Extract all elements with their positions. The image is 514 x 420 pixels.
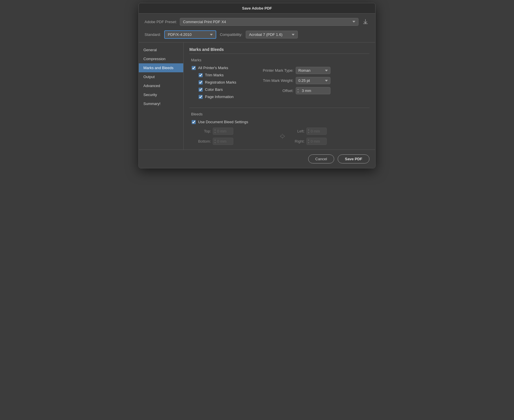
left-up-arrow[interactable]: ▲ xyxy=(308,128,310,131)
sidebar-item-compression[interactable]: Compression xyxy=(139,54,183,63)
bleed-top-input-wrap: ▲ ▼ xyxy=(213,128,233,135)
bleed-left-input[interactable] xyxy=(310,128,326,135)
bleed-left-row: Left: ▲ ▼ xyxy=(289,128,370,135)
bleed-right-row: Right: ▲ ▼ xyxy=(289,138,370,145)
standard-row: Standard: PDF/X-4:2010 PDF/X-1a:2001 PDF… xyxy=(139,29,375,42)
bleeds-section: Bleeds Use Document Bleed Settings Top: … xyxy=(189,112,369,145)
preset-select[interactable]: Commercial Print PDF X4 High Quality Pri… xyxy=(180,18,358,26)
trim-marks-row: Trim Marks xyxy=(189,73,253,77)
registration-marks-row: Registration Marks xyxy=(189,80,253,84)
registration-marks-checkbox[interactable] xyxy=(199,80,203,84)
bleed-col-left: Top: ▲ ▼ Bottom: xyxy=(195,128,276,145)
section-divider xyxy=(189,108,369,108)
use-document-bleed-label[interactable]: Use Document Bleed Settings xyxy=(198,120,248,124)
right-up-arrow[interactable]: ▲ xyxy=(308,139,310,141)
all-printers-marks-checkbox[interactable] xyxy=(192,66,196,70)
page-info-row: Page Information xyxy=(189,95,253,99)
marks-checkboxes: All Printer's Marks Trim Marks Registrat… xyxy=(189,66,253,102)
bleed-right-label: Right: xyxy=(289,139,305,143)
page-information-label[interactable]: Page Information xyxy=(205,95,234,99)
bleed-right-spinner[interactable]: ▲ ▼ xyxy=(307,139,311,144)
use-document-bleed-checkbox[interactable] xyxy=(192,120,196,124)
color-bars-row: Color Bars xyxy=(189,87,253,92)
marks-fields: Printer Mark Type: Roman Default J Mark … xyxy=(259,66,369,102)
marks-grid: All Printer's Marks Trim Marks Registrat… xyxy=(189,66,369,102)
bleed-left-input-wrap: ▲ ▼ xyxy=(306,128,327,135)
sidebar-item-security[interactable]: Security xyxy=(139,90,183,99)
title-bar: Save Adobe PDF xyxy=(139,3,375,14)
section-title: Marks and Bleeds xyxy=(189,47,369,54)
bleed-top-row: Top: ▲ ▼ xyxy=(195,128,276,135)
save-pdf-button[interactable]: Save PDF xyxy=(338,154,369,163)
color-bars-checkbox[interactable] xyxy=(199,88,203,92)
offset-spinner[interactable]: ▲ ▼ xyxy=(296,88,300,93)
sidebar-item-marks-and-bleeds[interactable]: Marks and Bleeds xyxy=(139,63,183,72)
bleed-top-label: Top: xyxy=(195,129,211,133)
marks-section: Marks All Printer's Marks Trim Marks xyxy=(189,58,369,102)
bleed-bottom-input[interactable] xyxy=(217,138,233,145)
bleed-bottom-row: Bottom: ▲ ▼ xyxy=(195,138,276,145)
compat-select[interactable]: Acrobat 7 (PDF 1.6) Acrobat 5 (PDF 1.4) … xyxy=(246,31,298,38)
top-up-arrow[interactable]: ▲ xyxy=(214,128,216,131)
bleed-bottom-input-wrap: ▲ ▼ xyxy=(213,138,233,145)
compat-label: Compatibility: xyxy=(220,32,242,37)
dialog-title: Save Adobe PDF xyxy=(242,6,272,10)
top-down-arrow[interactable]: ▼ xyxy=(214,131,216,134)
bleed-fields: Top: ▲ ▼ Bottom: xyxy=(189,128,369,145)
preset-row: Adobe PDF Preset: Commercial Print PDF X… xyxy=(139,14,375,29)
save-pdf-dialog: Save Adobe PDF Adobe PDF Preset: Commerc… xyxy=(138,3,376,168)
use-document-bleed-row: Use Document Bleed Settings xyxy=(189,120,369,124)
trim-marks-checkbox[interactable] xyxy=(199,73,203,77)
bleed-left-spinner[interactable]: ▲ ▼ xyxy=(307,128,311,134)
sidebar-item-output[interactable]: Output xyxy=(139,72,183,81)
trim-mark-weight-label: Trim Mark Weight: xyxy=(259,78,293,83)
download-icon[interactable] xyxy=(361,18,369,26)
bleed-top-spinner[interactable]: ▲ ▼ xyxy=(213,128,217,134)
offset-input-wrap: ▲ ▼ xyxy=(296,87,330,94)
sidebar: General Compression Marks and Bleeds Out… xyxy=(139,43,184,150)
link-icon xyxy=(279,133,286,140)
offset-input[interactable] xyxy=(300,87,323,94)
printer-mark-type-select[interactable]: Roman Default J Mark Style xyxy=(296,67,330,74)
dialog-footer: Cancel Save PDF xyxy=(139,150,375,168)
sidebar-item-advanced[interactable]: Advanced xyxy=(139,81,183,90)
sidebar-item-general[interactable]: General xyxy=(139,45,183,54)
bleeds-subsection-title: Bleeds xyxy=(191,112,369,116)
preset-label: Adobe PDF Preset: xyxy=(145,20,177,24)
dialog-body: General Compression Marks and Bleeds Out… xyxy=(139,42,375,150)
bleed-right-input-wrap: ▲ ▼ xyxy=(306,138,327,145)
right-down-arrow[interactable]: ▼ xyxy=(308,141,310,144)
all-printers-marks-row: All Printer's Marks xyxy=(189,66,253,70)
all-printers-marks-label[interactable]: All Printer's Marks xyxy=(198,66,228,70)
trim-marks-label[interactable]: Trim Marks xyxy=(205,73,224,77)
sidebar-item-summary[interactable]: Summary! xyxy=(139,99,183,108)
bleed-bottom-label: Bottom: xyxy=(195,139,211,143)
bottom-up-arrow[interactable]: ▲ xyxy=(214,139,216,141)
bleed-right-input[interactable] xyxy=(310,138,326,145)
offset-label: Offset: xyxy=(259,89,293,93)
bleed-left-label: Left: xyxy=(289,129,305,133)
page-information-checkbox[interactable] xyxy=(199,95,203,99)
marks-subsection-title: Marks xyxy=(191,58,369,62)
bleed-col-right: Left: ▲ ▼ Right: xyxy=(289,128,370,145)
trim-mark-weight-select[interactable]: 0.25 pt 0.50 pt 1.0 pt xyxy=(296,77,330,84)
offset-up-arrow[interactable]: ▲ xyxy=(297,88,299,91)
printer-mark-type-row: Printer Mark Type: Roman Default J Mark … xyxy=(259,67,369,74)
offset-row: Offset: ▲ ▼ xyxy=(259,87,369,94)
standard-select[interactable]: PDF/X-4:2010 PDF/X-1a:2001 PDF/X-3:2002 … xyxy=(164,30,216,39)
left-down-arrow[interactable]: ▼ xyxy=(308,131,310,134)
link-icon-wrap xyxy=(279,133,286,140)
bleed-top-input[interactable] xyxy=(217,128,233,135)
cancel-button[interactable]: Cancel xyxy=(308,154,334,163)
offset-down-arrow[interactable]: ▼ xyxy=(297,91,299,94)
content-area: Marks and Bleeds Marks All Printer's Mar… xyxy=(184,43,375,150)
standard-label: Standard: xyxy=(145,32,161,37)
color-bars-label[interactable]: Color Bars xyxy=(205,87,223,92)
bottom-down-arrow[interactable]: ▼ xyxy=(214,141,216,144)
trim-mark-weight-row: Trim Mark Weight: 0.25 pt 0.50 pt 1.0 pt xyxy=(259,77,369,84)
registration-marks-label[interactable]: Registration Marks xyxy=(205,80,236,84)
bleed-bottom-spinner[interactable]: ▲ ▼ xyxy=(213,139,217,144)
printer-mark-type-label: Printer Mark Type: xyxy=(259,68,293,73)
